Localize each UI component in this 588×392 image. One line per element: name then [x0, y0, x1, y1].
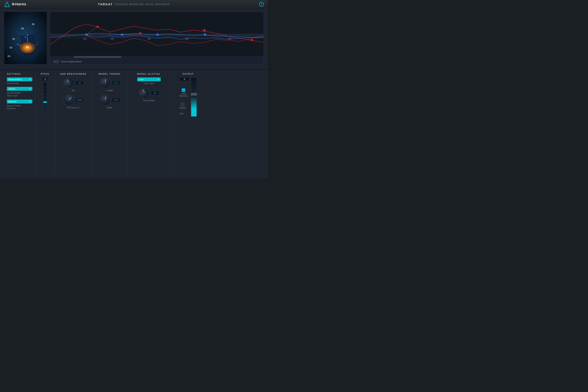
output-title: OUTPUT — [182, 73, 194, 75]
pulse-width-knob-row: 64 — [139, 88, 159, 98]
svg-text:(2): (2) — [111, 38, 114, 40]
settings-title: SETTINGS — [7, 73, 21, 75]
logo-text: Antares — [12, 2, 26, 6]
waveform-panel: (1) (2) (3) (4) (5) Throat Shaping Reset — [50, 12, 264, 64]
width-value: 1.20 — [112, 98, 120, 102]
svg-text:(3): (3) — [148, 38, 150, 40]
pitch-title: PITCH — [41, 73, 49, 75]
svg-text:(5): (5) — [32, 23, 35, 25]
svg-text:(1): (1) — [83, 38, 86, 40]
length-knob-group: 1.15 Length — [100, 78, 120, 92]
svg-point-28 — [250, 39, 253, 41]
pitch-slider-container: -5 — [42, 78, 48, 117]
pulse-width-value: 64 — [151, 91, 159, 95]
hp-freq-value: 4920 — [76, 98, 84, 102]
voice-type-label: Voice Type — [144, 82, 154, 84]
length-knob[interactable] — [99, 77, 111, 89]
pitch-thumb[interactable] — [43, 101, 47, 103]
top-panel: (1) (2) (3) (4) (5) — [0, 8, 268, 70]
dropdown-arrow-3: ▼ — [29, 100, 31, 102]
width-knob-row: 1.20 — [100, 95, 120, 106]
hp-freq-knob-group: 4920 HP Freq (Hz) — [64, 95, 84, 109]
svg-text:(5): (5) — [228, 38, 231, 40]
breathiness-section: ADD BREATHINESS 15 Mix 4920 HP Freq (Hz) — [55, 73, 92, 176]
fader-thumb[interactable] — [191, 93, 196, 96]
bypass-button[interactable]: Bypass — [180, 103, 186, 109]
svg-point-14 — [25, 36, 26, 38]
throat-precision-label: Source Throat Precision — [7, 104, 20, 110]
bypass-label: Bypass — [180, 107, 186, 109]
breathiness-controls: 15 Mix 4920 HP Freq (Hz) — [64, 78, 84, 109]
hp-freq-label: HP Freq (Hz) — [67, 106, 80, 109]
width-knob[interactable] — [99, 94, 112, 106]
glottal-type-dropdown[interactable]: Intense ▼ — [7, 87, 32, 91]
throat-precision-dropdown[interactable]: Extreme ▼ — [7, 100, 32, 104]
settings-section: SETTINGS Baritone/Bass ▼ Vocal Range Int… — [4, 73, 35, 176]
model-throat-section: MODEL THROAT 1.15 Length 1.20 Width — [92, 73, 128, 176]
pitch-value: -5 — [42, 78, 48, 81]
svg-rect-31 — [156, 34, 159, 36]
level-matching-label: Level Matching — [180, 92, 188, 97]
model-glottal-section: MODEL GLOTTAL Loud ▼ Voice Type 64 Pulse… — [128, 73, 170, 176]
output-controls: 0 Level Matching Bypass Gain — [180, 78, 189, 115]
mix-knob-group: 15 Mix — [64, 78, 84, 92]
waveform-svg: (1) (2) (3) (4) (5) — [50, 12, 264, 59]
pitch-section: PITCH -5 — [35, 73, 55, 176]
pitch-dashes — [43, 82, 47, 117]
length-label: Length — [106, 89, 113, 92]
app-subtitle: PHYSICAL MODELING VOCAL DESIGNER — [115, 3, 170, 6]
output-section: OUTPUT 0 Level Matching Bypass Gain — [170, 73, 206, 176]
antares-logo-icon — [4, 1, 10, 8]
dropdown-arrow: ▼ — [29, 78, 31, 80]
model-glottal-title: MODEL GLOTTAL — [137, 73, 161, 75]
svg-text:(4): (4) — [186, 38, 188, 40]
level-matching-button[interactable]: Level Matching — [180, 88, 188, 97]
logo-area: Antares — [4, 1, 26, 8]
help-button[interactable]: ? — [259, 2, 264, 7]
hp-freq-knob[interactable] — [61, 92, 77, 108]
bypass-indicator — [181, 103, 184, 106]
throat-image: (1) (2) (3) (4) (5) — [4, 12, 47, 64]
output-slider-group: 0 Level Matching Bypass Gain — [180, 78, 197, 116]
mix-value: 15 — [76, 81, 84, 85]
pulse-width-knob-group: 64 Pulse Width — [139, 88, 159, 102]
svg-point-15 — [27, 34, 28, 36]
waveform-canvas[interactable]: (1) (2) (3) (4) (5) — [50, 12, 264, 59]
svg-rect-42 — [74, 56, 121, 58]
app-title: THROAT — [98, 3, 113, 6]
output-value: 0 — [180, 78, 189, 81]
dropdown-arrow-2: ▼ — [29, 88, 31, 90]
reset-bar: Throat Shaping Reset — [50, 58, 264, 64]
reset-toggle[interactable] — [53, 60, 58, 63]
mix-knob-row: 15 — [64, 78, 84, 88]
glottal-type-label: Source Glottal Voice Type — [7, 92, 20, 97]
vocal-range-label: Vocal Range — [7, 82, 19, 84]
pulse-width-knob[interactable] — [138, 86, 152, 100]
svg-text:(1): (1) — [8, 55, 10, 57]
reset-label: Throat Shaping Reset — [60, 60, 82, 63]
svg-text:(2): (2) — [10, 46, 12, 48]
model-throat-controls: 1.15 Length 1.20 Width — [100, 78, 120, 109]
width-label: Width — [107, 106, 112, 109]
gain-label: Gain — [180, 112, 184, 115]
svg-marker-0 — [5, 2, 10, 7]
vocal-range-dropdown[interactable]: Baritone/Bass ▼ — [7, 78, 32, 81]
bottom-panel: SETTINGS Baritone/Bass ▼ Vocal Range Int… — [0, 70, 268, 178]
length-knob-row: 1.15 — [100, 78, 120, 88]
header: Antares THROAT PHYSICAL MODELING VOCAL D… — [0, 0, 268, 8]
output-fader[interactable] — [191, 78, 197, 116]
svg-text:(4): (4) — [21, 27, 24, 30]
fader-track[interactable] — [191, 78, 197, 116]
width-knob-group: 1.20 Width — [100, 95, 120, 109]
length-value: 1.15 — [112, 81, 120, 85]
model-throat-title: MODEL THROAT — [99, 73, 121, 75]
mix-label: Mix — [72, 89, 75, 92]
pulse-width-label: Pulse Width — [143, 99, 155, 102]
model-glottal-controls: Loud ▼ Voice Type 64 Pulse Width — [137, 78, 161, 102]
header-title: THROAT PHYSICAL MODELING VOCAL DESIGNER — [98, 3, 170, 6]
throat-svg: (1) (2) (3) (4) (5) — [4, 12, 47, 64]
mix-knob[interactable] — [61, 76, 76, 90]
voice-type-dropdown[interactable]: Loud ▼ — [137, 78, 161, 81]
pitch-slider-track[interactable] — [43, 82, 47, 117]
level-matching-indicator — [182, 88, 185, 92]
